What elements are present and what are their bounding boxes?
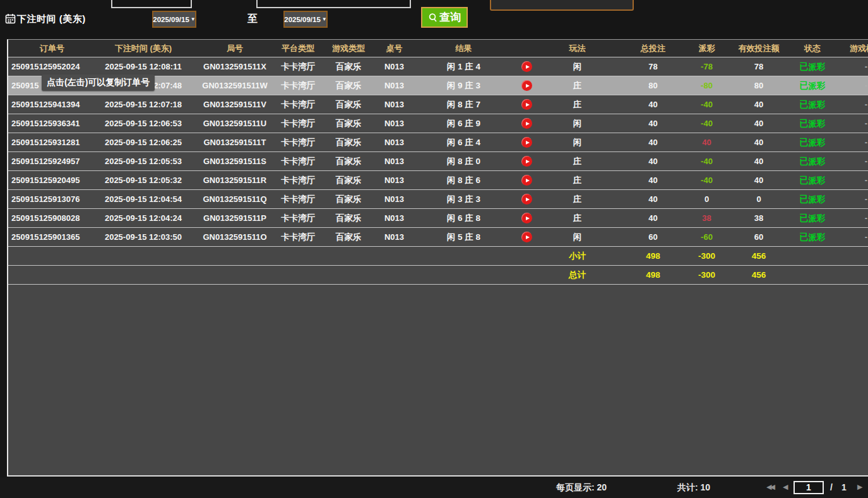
play-video-icon[interactable] <box>521 118 532 129</box>
play-type-cell: 庄 <box>535 80 620 92</box>
play-video-icon[interactable] <box>521 137 532 148</box>
chevron-down-icon: ▼ <box>191 16 196 22</box>
round-id-cell: GN0132591511X <box>191 62 279 71</box>
bet-time-filter-label: 下注时间 (美东) <box>17 13 86 25</box>
order-number-cell[interactable]: 250915125908028 <box>8 213 96 223</box>
table-row[interactable]: 250915125901365 2025-09-15 12:03:50 GN01… <box>8 228 868 247</box>
round-id-cell: GN0132591511R <box>191 175 279 185</box>
table-number-cell: N013 <box>380 232 408 242</box>
platform-type-cell: 卡卡湾厅 <box>279 175 317 186</box>
column-header: 局号 <box>191 43 279 54</box>
order-number-cell[interactable]: 250915125941394 <box>8 100 96 109</box>
result-cell: 闲 8 庄 7 <box>408 99 519 110</box>
play-video-icon[interactable] <box>521 61 532 72</box>
game-type-cell: 百家乐 <box>317 175 380 186</box>
query-button[interactable]: 查询 <box>421 7 468 28</box>
play-type-cell: 庄 <box>535 99 620 110</box>
column-header: 状态 <box>790 43 835 54</box>
round-id-cell: GN0132591511Q <box>191 194 279 204</box>
column-header: 结果 <box>408 43 519 54</box>
round-id-cell: GN0132591511S <box>191 157 279 166</box>
page-size-label: 每页显示: 20 <box>556 482 607 494</box>
play-video-icon[interactable] <box>521 232 532 242</box>
column-header: 派彩 <box>686 43 727 54</box>
table-row[interactable]: 250915125920495 2025-09-15 12:05:32 GN01… <box>8 171 868 190</box>
total-bet-cell: 40 <box>620 213 686 223</box>
round-id-cell: GN0132591511P <box>191 213 279 223</box>
platform-type-cell: 卡卡湾厅 <box>279 213 317 224</box>
order-number-cell[interactable]: 250915125931281 <box>8 138 96 147</box>
table-number-cell: N013 <box>380 175 408 185</box>
play-video-icon[interactable] <box>521 175 532 186</box>
order-number-cell[interactable]: 250915125924957 <box>8 157 96 166</box>
table-row[interactable]: 250915125908028 2025-09-15 12:04:24 GN01… <box>8 209 868 228</box>
payout-cell: -40 <box>686 100 727 109</box>
valid-bet-cell: 40 <box>727 157 790 166</box>
bet-time-cell: 2025-09-15 12:04:24 <box>96 213 191 223</box>
game-mode-cell: - <box>835 81 868 90</box>
play-video-icon[interactable] <box>521 80 532 91</box>
cutoff-input-1[interactable] <box>111 0 192 8</box>
total-bet-cell: 78 <box>620 62 686 71</box>
round-id-cell: GN0132591511V <box>191 100 279 109</box>
table-row[interactable]: 250915125913076 2025-09-15 12:04:54 GN01… <box>8 190 868 209</box>
payout-cell: -60 <box>686 232 727 242</box>
payout-cell: 0 <box>686 194 727 204</box>
round-id-cell: GN0132591511U <box>191 119 279 128</box>
column-header: 游戏类型 <box>317 43 380 54</box>
date-from-select[interactable]: 2025/09/15▼ <box>152 11 196 28</box>
summary-payout: -300 <box>686 270 727 280</box>
prev-page-icon[interactable]: ◀ <box>783 483 788 491</box>
order-number-cell[interactable]: 250915125920495 <box>8 175 96 185</box>
play-video-icon[interactable] <box>521 156 532 167</box>
table-row[interactable]: 250915125924957 2025-09-15 12:05:53 GN01… <box>8 152 868 171</box>
play-video-icon[interactable] <box>521 194 532 205</box>
cutoff-dropdown[interactable] <box>490 0 634 11</box>
order-number-cell[interactable]: 250915125913076 <box>8 194 96 204</box>
result-cell: 闲 6 庄 9 <box>408 118 519 129</box>
result-cell: 闲 6 庄 4 <box>408 137 519 148</box>
game-mode-cell: - <box>835 194 868 204</box>
game-type-cell: 百家乐 <box>317 61 380 73</box>
platform-type-cell: 卡卡湾厅 <box>279 99 317 110</box>
platform-type-cell: 卡卡湾厅 <box>279 156 317 167</box>
date-to-select[interactable]: 2025/09/15▼ <box>283 11 328 28</box>
column-header: 桌号 <box>380 43 408 54</box>
order-number-cell[interactable]: 250915125952024 <box>8 62 96 71</box>
play-video-icon[interactable] <box>521 213 532 223</box>
play-video-icon[interactable] <box>521 99 532 110</box>
valid-bet-cell: 80 <box>727 81 790 90</box>
game-type-cell: 百家乐 <box>317 194 380 205</box>
table-row[interactable]: 250915125936341 2025-09-15 12:06:53 GN01… <box>8 114 868 133</box>
summary-row: 总计 498 -300 456 <box>8 266 868 285</box>
table-row[interactable]: 250915125941394 2025-09-15 12:07:18 GN01… <box>8 95 868 114</box>
platform-type-cell: 卡卡湾厅 <box>279 118 317 129</box>
next-page-icon[interactable]: ▶ <box>857 483 862 491</box>
summary-label: 总计 <box>535 270 620 281</box>
search-icon <box>428 13 438 23</box>
table-header-row: 订单号下注时间 (美东)局号平台类型游戏类型桌号结果玩法总投注派彩有效投注额状态… <box>8 40 868 57</box>
play-type-cell: 闲 <box>535 137 620 148</box>
table-row[interactable]: 250915125931281 2025-09-15 12:06:25 GN01… <box>8 133 868 152</box>
bet-time-cell: 2025-09-15 12:05:53 <box>96 157 191 166</box>
cutoff-input-2[interactable] <box>256 0 411 8</box>
play-type-cell: 闲 <box>535 232 620 243</box>
platform-type-cell: 卡卡湾厅 <box>279 80 317 92</box>
table-number-cell: N013 <box>380 100 408 109</box>
table-row[interactable]: 250915125952024 2025-09-15 12:08:11 GN01… <box>8 57 868 76</box>
bet-records-table: 订单号下注时间 (美东)局号平台类型游戏类型桌号结果玩法总投注派彩有效投注额状态… <box>7 39 868 477</box>
order-number-cell[interactable]: 250915125901365 <box>8 232 96 242</box>
order-number-cell[interactable]: 250915125936341 <box>8 119 96 128</box>
valid-bet-cell: 40 <box>727 100 790 109</box>
page-number-input[interactable]: 1 <box>794 481 824 494</box>
play-type-cell: 闲 <box>535 61 620 73</box>
play-type-cell: 庄 <box>535 156 620 167</box>
status-cell: 已派彩 <box>790 61 835 73</box>
query-button-label: 查询 <box>439 10 461 25</box>
result-cell: 闲 9 庄 3 <box>408 80 519 92</box>
round-id-cell: GN0132591511O <box>191 232 279 242</box>
column-header: 玩法 <box>535 43 620 54</box>
first-page-icon[interactable]: ◀◀ <box>766 483 773 491</box>
page-separator: / <box>830 482 833 492</box>
table-number-cell: N013 <box>380 119 408 128</box>
